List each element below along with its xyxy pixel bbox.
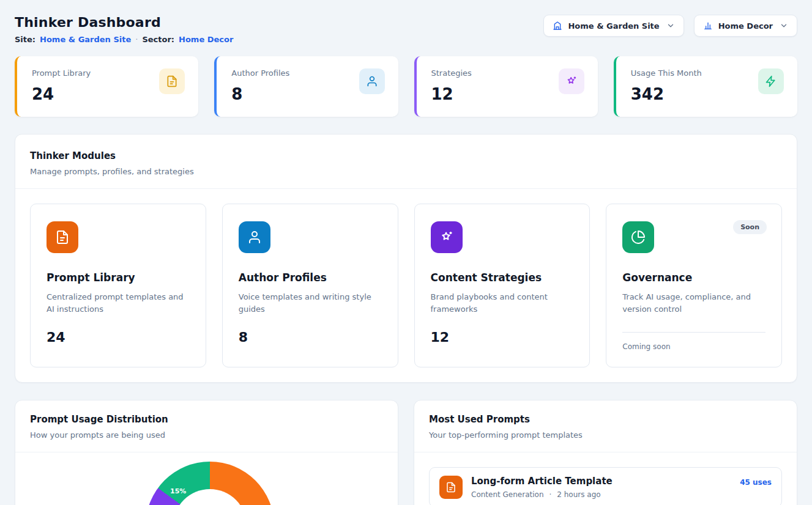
stat-card-usage: Usage This Month 342 (614, 56, 797, 117)
module-title: Prompt Library (47, 271, 190, 284)
section-subtitle: Manage prompts, profiles, and strategies (30, 167, 782, 176)
building-icon (553, 21, 562, 31)
bottom-panels: Prompt Usage Distribution How your promp… (15, 400, 797, 505)
pie-chart-icon (622, 221, 654, 253)
panel-header: Most Used Prompts Your top-performing pr… (414, 400, 797, 452)
modules-grid: Prompt Library Centralized prompt templa… (15, 189, 797, 382)
sector-label: Sector: (142, 35, 174, 44)
coming-soon-label: Coming soon (622, 342, 765, 351)
prompt-meta: Content Generation · 2 hours ago (471, 490, 731, 499)
breadcrumb: Site: Home & Garden Site · Sector: Home … (15, 35, 233, 44)
star-icon (559, 68, 584, 94)
module-card-author-profiles[interactable]: Author Profiles Voice templates and writ… (222, 204, 398, 367)
module-title: Content Strategies (431, 271, 574, 284)
stats-row: Prompt Library 24 Author Profiles 8 Stra… (15, 56, 797, 117)
usage-donut-chart: 15% (146, 462, 274, 505)
page-header: Thinker Dashboard Site: Home & Garden Si… (15, 15, 797, 44)
most-used-list: Long-form Article Template Content Gener… (414, 467, 797, 505)
module-title: Author Profiles (239, 271, 382, 284)
module-count: 24 (47, 330, 190, 345)
site-label: Site: (15, 35, 35, 44)
header-left: Thinker Dashboard Site: Home & Garden Si… (15, 15, 233, 44)
separator-dot: · (135, 35, 138, 44)
most-used-panel: Most Used Prompts Your top-performing pr… (414, 400, 797, 505)
chevron-down-icon (780, 21, 788, 30)
document-icon (439, 476, 463, 499)
divider (622, 332, 765, 333)
thinker-dashboard-page: Thinker Dashboard Site: Home & Garden Si… (0, 0, 812, 505)
site-selector-label: Home & Garden Site (568, 21, 659, 31)
panel-title: Prompt Usage Distribution (30, 414, 383, 425)
panel-title: Most Used Prompts (429, 414, 782, 425)
chevron-down-icon (666, 21, 675, 30)
module-count: 8 (239, 330, 382, 345)
stat-card-author-profiles: Author Profiles 8 (214, 56, 398, 117)
sector-link[interactable]: Home Decor (179, 35, 233, 44)
panel-subtitle: How your prompts are being used (30, 430, 383, 440)
module-description: Track AI usage, compliance, and version … (622, 291, 765, 315)
separator-dot: · (549, 490, 551, 499)
prompt-time: 2 hours ago (557, 490, 600, 499)
person-icon (359, 68, 385, 94)
site-link[interactable]: Home & Garden Site (40, 35, 131, 44)
prompt-category: Content Generation (471, 490, 543, 499)
document-icon (47, 221, 78, 253)
thinker-modules-section: Thinker Modules Manage prompts, profiles… (15, 134, 797, 383)
modules-section-header: Thinker Modules Manage prompts, profiles… (15, 135, 797, 189)
prompt-title: Long-form Article Template (471, 476, 731, 487)
donut-segment-label: 15% (170, 487, 186, 495)
document-icon (159, 68, 185, 94)
uses-badge: 45 uses (740, 478, 772, 487)
module-card-content-strategies[interactable]: Content Strategies Brand playbooks and c… (414, 204, 590, 367)
stat-card-strategies: Strategies 12 (414, 56, 598, 117)
sector-selector-label: Home Decor (718, 21, 773, 31)
section-title: Thinker Modules (30, 150, 782, 161)
list-item-text: Long-form Article Template Content Gener… (471, 476, 731, 499)
module-description: Voice templates and writing style guides (239, 291, 382, 315)
site-selector-dropdown[interactable]: Home & Garden Site (543, 15, 683, 37)
module-description: Brand playbooks and content frameworks (431, 291, 574, 315)
star-icon (431, 221, 463, 253)
module-title: Governance (622, 271, 765, 284)
bar-chart-icon (703, 21, 713, 31)
module-count: 12 (431, 330, 574, 345)
list-item-long-form-article[interactable]: Long-form Article Template Content Gener… (429, 467, 782, 505)
soon-badge: Soon (733, 220, 767, 234)
header-selectors: Home & Garden Site Home Decor (543, 15, 797, 37)
stat-card-prompt-library: Prompt Library 24 (15, 56, 198, 117)
prompt-usage-panel: Prompt Usage Distribution How your promp… (15, 400, 398, 505)
module-card-governance: Soon Governance Track AI usage, complian… (606, 204, 782, 367)
module-card-prompt-library[interactable]: Prompt Library Centralized prompt templa… (30, 204, 206, 367)
person-icon (239, 221, 270, 253)
page-title: Thinker Dashboard (15, 15, 233, 30)
module-description: Centralized prompt templates and AI inst… (47, 291, 190, 315)
lightning-icon (758, 68, 784, 94)
sector-selector-dropdown[interactable]: Home Decor (694, 15, 797, 37)
panel-header: Prompt Usage Distribution How your promp… (15, 400, 398, 452)
panel-subtitle: Your top-performing prompt templates (429, 430, 782, 440)
